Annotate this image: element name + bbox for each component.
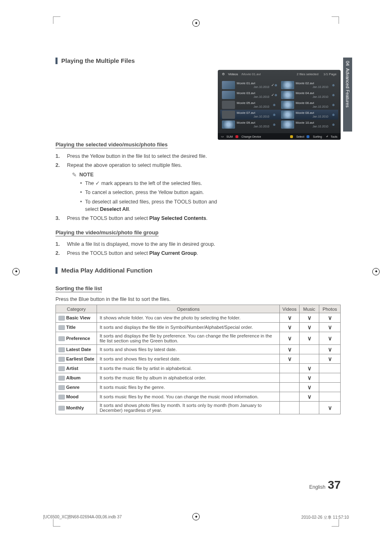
cell-category: Album — [56, 373, 97, 383]
registration-mark-top — [192, 19, 200, 27]
steps-group: 1.While a file list is displayed, move t… — [55, 240, 222, 257]
step-text: Press the Yellow button in the file list… — [67, 153, 207, 160]
cell-category: Monthly — [56, 402, 97, 414]
cell-videos: ∨ — [280, 345, 300, 354]
cell-operation: It shows whole folder. You can view the … — [97, 313, 280, 323]
file-title: Movie 09.avi — [237, 121, 270, 125]
cell-operation: It sorts the music file by artist in alp… — [97, 364, 280, 373]
cell-videos — [280, 364, 300, 373]
cell-music — [300, 402, 319, 414]
tv-change-device: Change Device — [242, 135, 261, 138]
thumbnail-icon — [281, 91, 294, 99]
file-title: Movie 02.avi — [296, 82, 329, 85]
cell-category: Title — [56, 323, 97, 332]
step-number: 2. — [55, 250, 61, 257]
cell-photos — [319, 364, 341, 373]
print-footer-right: 2010-02-26 오후 11:57:10 — [301, 515, 349, 520]
tv-file-row: Movie 07.aviJan.10.2010⊕ — [220, 110, 279, 120]
cell-photos: ∨ — [319, 332, 341, 345]
step-number: 2. — [55, 162, 61, 169]
crop-mark-tr — [332, 16, 339, 24]
file-name-block: Movie 02.aviJan.10.2010 — [296, 82, 329, 88]
table-row: Earliest DateIt sorts and shows files by… — [56, 354, 341, 364]
cell-category: Earliest Date — [56, 354, 97, 364]
file-date: Jan.10.2010 — [237, 115, 270, 118]
th-operations: Operations — [97, 305, 280, 313]
tv-file-grid: Movie 01.aviJan.10.2010✓⊕Movie 02.aviJan… — [218, 79, 341, 129]
selection-mark: ⊕ — [330, 83, 337, 87]
tv-videos-icon: ⚙ — [222, 72, 225, 76]
tv-file-row: Movie 06.aviJan.10.2010⊕ — [279, 100, 339, 110]
file-title: Movie 01.avi — [237, 82, 270, 85]
cell-operation: It sorts music files by the mood. You ca… — [97, 392, 280, 402]
cell-music: ∨ — [300, 332, 319, 345]
category-icon — [58, 347, 65, 352]
category-icon — [58, 325, 65, 330]
file-date: Jan.10.2010 — [296, 95, 329, 99]
yellow-dot-icon — [290, 135, 293, 138]
cell-music: ∨ — [300, 383, 319, 392]
category-icon — [58, 336, 65, 341]
cell-music: ∨ — [300, 313, 319, 323]
note-row: ✎ NOTE — [72, 171, 222, 178]
file-name-block: Movie 04.aviJan.10.2010 — [296, 92, 329, 98]
cell-category: Genre — [56, 383, 97, 392]
th-music: Music — [300, 305, 319, 313]
category-icon — [58, 406, 65, 411]
cell-operation: It sorts music files by the genre. — [97, 383, 280, 392]
cell-operation: It sorts the music file by album in alph… — [97, 373, 280, 383]
file-name-block: Movie 01.aviJan.10.2010 — [237, 82, 270, 88]
category-icon — [58, 366, 65, 371]
file-name-block: Movie 06.aviJan.10.2010 — [296, 102, 329, 108]
table-row: MoodIt sorts music files by the mood. Yo… — [56, 392, 341, 402]
selection-mark: ⊕ — [330, 103, 337, 107]
category-icon — [58, 385, 65, 390]
cell-operation: It sorts and shows files by earliest dat… — [97, 354, 280, 364]
tv-file-row: Movie 04.aviJan.10.2010⊕ — [279, 90, 339, 100]
file-name-block: Movie 05.aviJan.10.2010 — [237, 102, 270, 108]
file-date: Jan.10.2010 — [237, 95, 270, 99]
cell-photos — [319, 392, 341, 402]
thumbnail-icon — [281, 111, 294, 119]
cell-photos: ∨ — [319, 313, 341, 323]
page-footer: English 37 — [309, 478, 341, 492]
file-date: Jan.10.2010 — [296, 105, 329, 109]
selection-mark: ✓⊕ — [271, 83, 278, 87]
note-bullet: To cancel a selection, press the Yellow … — [80, 189, 222, 196]
note-bullets: The ✓ mark appears to the left of the se… — [80, 180, 222, 213]
cell-category: Mood — [56, 392, 97, 402]
subheading-selected: Playing the selected video/music/photo f… — [55, 141, 168, 148]
thumbnail-icon — [222, 101, 235, 109]
step-text: While a file list is displayed, move to … — [67, 240, 215, 248]
subheading-group: Playing the video/music/photo file group — [55, 229, 159, 236]
cell-music: ∨ — [300, 364, 319, 373]
tools-icon: ↲ — [326, 135, 328, 138]
file-title: Movie 03.avi — [237, 92, 270, 95]
selection-mark: ✓⊕ — [271, 93, 278, 97]
tv-sum: SUM — [226, 135, 233, 138]
steps-selected-3: 3.Press the TOOLS button and select Play… — [55, 215, 222, 222]
sort-caption: Press the Blue button in the file list t… — [55, 296, 341, 302]
file-title: Movie 06.avi — [296, 102, 329, 105]
step-text: Press the TOOLS button and select Play S… — [67, 215, 208, 222]
usb-icon: ▭ — [221, 135, 224, 138]
red-dot-icon — [235, 135, 238, 138]
play-selected-bold: Play Selected Contents — [149, 215, 206, 221]
cell-videos — [280, 402, 300, 414]
file-title: Movie 04.avi — [296, 92, 329, 95]
tv-breadcrumb-bar: ⚙ Videos /Movie 01.avi 2 files selected … — [218, 70, 341, 79]
file-date: Jan.10.2010 — [237, 125, 270, 128]
heading-playing-multiple: Playing the Multiple Files — [55, 57, 341, 64]
cell-category: Basic View — [56, 313, 97, 323]
cell-category: Latest Date — [56, 345, 97, 354]
thumbnail-icon — [281, 101, 294, 109]
step-text: Press the TOOLS button and select Play C… — [67, 250, 198, 257]
cell-operation: It sorts and displays the file title in … — [97, 323, 280, 332]
step-number: 3. — [55, 215, 61, 222]
cell-music: ∨ — [300, 392, 319, 402]
cell-category: Preference — [56, 332, 97, 345]
cell-photos — [319, 383, 341, 392]
table-row: Basic ViewIt shows whole folder. You can… — [56, 313, 341, 323]
cell-videos — [280, 383, 300, 392]
cell-videos: ∨ — [280, 313, 300, 323]
